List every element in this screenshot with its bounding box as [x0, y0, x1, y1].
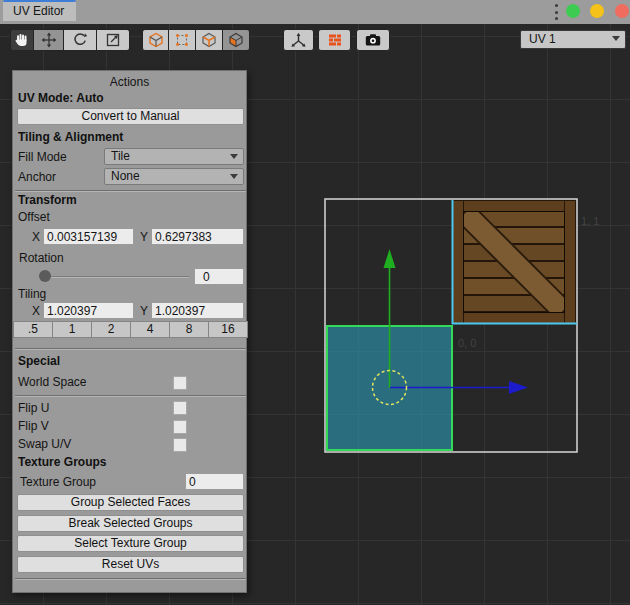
- tiling-x-field[interactable]: [43, 302, 134, 319]
- preset-8-button[interactable]: 8: [170, 321, 209, 338]
- preset-2-button[interactable]: 2: [92, 321, 131, 338]
- offset-x-field[interactable]: [43, 228, 134, 245]
- anchor-value: None: [111, 169, 140, 183]
- face-mode-cube-icon: [228, 32, 244, 48]
- uv-editor-window: UV Editor: [0, 0, 630, 605]
- project-uv-button[interactable]: [283, 29, 314, 51]
- uv-mode-label: UV Mode: Auto: [18, 91, 104, 105]
- separator: [15, 395, 246, 397]
- select-texture-group-button[interactable]: Select Texture Group: [17, 535, 244, 552]
- face-mode-button[interactable]: [223, 29, 250, 51]
- preset-4-button[interactable]: 4: [131, 321, 170, 338]
- fill-mode-value: Tile: [111, 149, 130, 163]
- object-mode-cube-icon: [148, 32, 164, 48]
- tiling-y-field[interactable]: [151, 302, 244, 319]
- world-space-label: World Space: [18, 375, 86, 389]
- texture-group-field[interactable]: [185, 473, 244, 490]
- axis-v-arrowhead-icon: [384, 249, 396, 268]
- separator: [15, 348, 246, 350]
- special-header: Special: [18, 354, 60, 368]
- rotation-slider-track[interactable]: [39, 276, 189, 278]
- preset-16-button[interactable]: 16: [209, 321, 248, 338]
- flip-u-label: Flip U: [18, 401, 49, 415]
- pan-hand-icon: [14, 32, 30, 48]
- window-yellow-light-icon[interactable]: [590, 4, 604, 18]
- chevron-down-icon: [612, 36, 620, 41]
- move-tool-button[interactable]: [34, 29, 64, 51]
- flip-v-label: Flip V: [18, 419, 49, 433]
- window-red-light-icon[interactable]: [615, 4, 629, 18]
- axis-u-arrowhead-icon: [509, 381, 528, 394]
- uv-unit-label: 1, 1: [581, 215, 599, 227]
- title-strip: UV Editor: [0, 0, 630, 24]
- offset-x-label: X: [32, 230, 40, 244]
- tiling-presets: .5 1 2 4 8 16: [13, 321, 248, 338]
- rotation-field[interactable]: [194, 268, 244, 285]
- render-uv-template-button[interactable]: [318, 29, 351, 51]
- tiling-y-label: Y: [140, 304, 148, 318]
- group-selected-faces-button[interactable]: Group Selected Faces: [17, 494, 244, 511]
- offset-y-field[interactable]: [151, 228, 244, 245]
- preset-1-button[interactable]: 1: [53, 321, 92, 338]
- break-selected-groups-button[interactable]: Break Selected Groups: [17, 515, 244, 532]
- chevron-down-icon: [230, 154, 238, 159]
- rotate-icon: [72, 32, 88, 48]
- tab-uv-editor[interactable]: UV Editor: [3, 0, 76, 21]
- uv-bounds-rect: [325, 199, 577, 452]
- tiling-label: Tiling: [18, 287, 46, 301]
- world-space-checkbox[interactable]: [173, 376, 187, 390]
- chevron-down-icon: [230, 174, 238, 179]
- anchor-label: Anchor: [18, 170, 56, 184]
- edge-mode-cube-icon: [201, 32, 217, 48]
- tiling-alignment-header: Tiling & Alignment: [18, 130, 123, 144]
- actions-panel: Actions UV Mode: Auto Convert to Manual …: [12, 70, 247, 593]
- preset-half-button[interactable]: .5: [13, 321, 53, 338]
- flip-v-checkbox[interactable]: [173, 420, 187, 434]
- edge-mode-button[interactable]: [196, 29, 223, 51]
- offset-y-label: Y: [140, 230, 148, 244]
- rotation-slider-knob[interactable]: [39, 270, 51, 282]
- texture-groups-header: Texture Groups: [18, 455, 106, 469]
- fill-mode-label: Fill Mode: [18, 150, 67, 164]
- texture-group-label: Texture Group: [20, 475, 96, 489]
- separator: [15, 578, 246, 580]
- uv-channel-dropdown[interactable]: UV 1: [520, 30, 626, 49]
- panel-title: Actions: [13, 75, 246, 89]
- vertex-mode-button[interactable]: [169, 29, 196, 51]
- tiling-x-label: X: [32, 304, 40, 318]
- rotation-label: Rotation: [19, 251, 64, 265]
- screenshot-camera-icon: [364, 32, 382, 48]
- uv-origin-label: 0, 0: [458, 337, 476, 349]
- vertex-mode-icon: [174, 32, 190, 48]
- flip-u-checkbox[interactable]: [173, 401, 187, 415]
- uv-canvas[interactable]: 0, 0 1, 1: [0, 24, 630, 605]
- crate-texture-quad[interactable]: [452, 200, 576, 324]
- offset-label: Offset: [18, 210, 50, 224]
- convert-to-manual-button[interactable]: Convert to Manual: [17, 108, 244, 125]
- project-uv-arrows-icon: [290, 32, 307, 49]
- render-uv-bricks-icon: [327, 32, 343, 48]
- object-mode-button[interactable]: [142, 29, 169, 51]
- screenshot-button[interactable]: [356, 29, 390, 51]
- move-icon: [41, 32, 57, 48]
- pan-tool-button[interactable]: [10, 29, 34, 51]
- scale-tool-button[interactable]: [97, 29, 130, 51]
- scale-icon: [105, 32, 121, 48]
- swap-uv-label: Swap U/V: [18, 437, 71, 451]
- window-menu-icon[interactable]: [552, 4, 560, 20]
- window-green-light-icon[interactable]: [566, 4, 580, 18]
- swap-uv-checkbox[interactable]: [173, 438, 187, 452]
- selected-face-quad[interactable]: [327, 326, 452, 450]
- anchor-dropdown[interactable]: None: [104, 168, 244, 185]
- rotation-handle-circle[interactable]: [373, 371, 407, 405]
- uv-channel-value: UV 1: [529, 32, 556, 46]
- transform-header: Transform: [18, 193, 77, 207]
- fill-mode-dropdown[interactable]: Tile: [104, 148, 244, 165]
- reset-uvs-button[interactable]: Reset UVs: [17, 556, 244, 573]
- separator: [15, 190, 246, 192]
- rotate-tool-button[interactable]: [64, 29, 97, 51]
